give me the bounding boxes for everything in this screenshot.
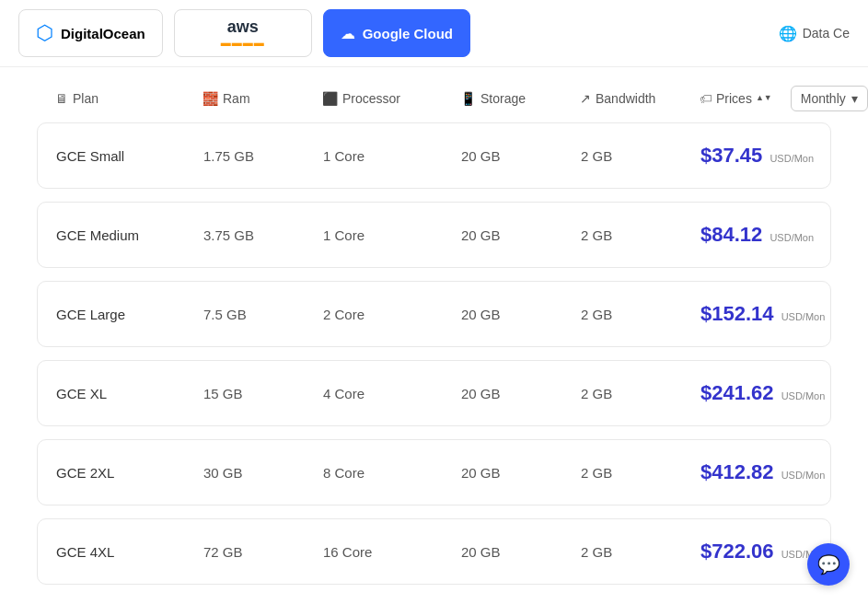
plan-processor: 16 Core (323, 544, 461, 560)
billing-period-dropdown[interactable]: Monthly ▾ (791, 86, 868, 111)
plan-price: $84.12 USD/Mon (700, 223, 868, 247)
price-unit: USD/Mon (781, 390, 826, 401)
column-headers: 🖥 Plan 🧱 Ram ⬛ Processor 📱 Storage ↗ Ban… (37, 86, 831, 111)
processor-col-icon: ⬛ (322, 91, 338, 106)
price-unit: USD/Mon (781, 470, 826, 481)
chat-bubble-btn[interactable]: 💬 (807, 543, 850, 586)
col-ram: 🧱 Ram (203, 91, 322, 106)
prices-col-icon: 🏷 (700, 91, 712, 106)
plan-bandwidth: 2 GB (581, 148, 700, 164)
price-unit: USD/Mon (781, 311, 826, 322)
plan-processor: 1 Core (323, 227, 461, 243)
plan-col-icon: 🖥 (55, 91, 68, 106)
col-processor: ⬛ Processor (322, 91, 460, 106)
table-row: GCE XL 15 GB 4 Core 20 GB 2 GB $241.62 U… (37, 360, 831, 426)
plan-storage: 20 GB (461, 544, 581, 560)
top-nav: ⬡ DigitalOcean aws ▬▬▬▬ ☁ Google Cloud 🌐… (0, 0, 868, 67)
plan-bandwidth: 2 GB (581, 465, 700, 481)
table-row: GCE Small 1.75 GB 1 Core 20 GB 2 GB $37.… (37, 122, 831, 189)
plan-bandwidth: 2 GB (581, 386, 700, 401)
table-row: GCE 4XL 72 GB 16 Core 20 GB 2 GB $722.06… (37, 518, 831, 585)
plan-bandwidth: 2 GB (581, 227, 700, 243)
bandwidth-col-icon: ↗ (580, 91, 591, 106)
plan-ram: 1.75 GB (203, 148, 323, 164)
datacenter-btn[interactable]: 🌐 Data Ce (779, 25, 850, 42)
table-row: GCE Medium 3.75 GB 1 Core 20 GB 2 GB $84… (37, 202, 831, 268)
plan-bandwidth: 2 GB (581, 544, 700, 560)
plan-ram: 3.75 GB (203, 227, 323, 243)
plan-price: $37.45 USD/Mon (700, 144, 868, 168)
plan-name: GCE XL (56, 386, 203, 401)
plan-processor: 1 Core (323, 148, 461, 164)
globe-icon: 🌐 (779, 25, 797, 42)
plan-processor: 2 Core (323, 307, 461, 322)
col-plan: 🖥 Plan (55, 91, 203, 106)
table-row: GCE Large 7.5 GB 2 Core 20 GB 2 GB $152.… (37, 281, 831, 347)
plan-name: GCE 2XL (56, 465, 203, 481)
chat-icon: 💬 (817, 553, 840, 575)
plan-processor: 4 Core (323, 386, 461, 401)
price-unit: USD/Mon (770, 153, 814, 164)
chevron-down-icon: ▾ (851, 91, 858, 106)
plan-processor: 8 Core (323, 465, 461, 481)
sort-icon[interactable]: ▲▼ (756, 95, 772, 101)
col-bandwidth: ↗ Bandwidth (580, 91, 700, 106)
googlecloud-icon: ☁ (341, 25, 355, 42)
plan-price: $412.82 USD/Mon (700, 460, 868, 484)
plan-name: GCE Medium (56, 227, 203, 243)
aws-label: aws ▬▬▬▬ (221, 18, 265, 48)
plan-bandwidth: 2 GB (581, 307, 700, 322)
plan-storage: 20 GB (461, 148, 581, 164)
ram-col-icon: 🧱 (203, 91, 218, 106)
datacenter-label: Data Ce (803, 26, 850, 41)
plan-storage: 20 GB (461, 227, 581, 243)
googlecloud-btn[interactable]: ☁ Google Cloud (323, 9, 470, 57)
plan-price: $241.62 USD/Mon (700, 381, 868, 405)
plan-name: GCE Small (56, 148, 203, 164)
plan-rows: GCE Small 1.75 GB 1 Core 20 GB 2 GB $37.… (37, 122, 831, 585)
storage-col-icon: 📱 (460, 91, 476, 106)
plan-storage: 20 GB (461, 307, 581, 322)
plan-name: GCE 4XL (56, 544, 203, 560)
col-prices: 🏷 Prices ▲▼ Monthly ▾ (700, 86, 868, 111)
plan-storage: 20 GB (461, 465, 581, 481)
price-unit: USD/Mon (770, 232, 814, 243)
plan-ram: 7.5 GB (203, 307, 323, 322)
col-storage: 📱 Storage (460, 91, 580, 106)
googlecloud-label: Google Cloud (363, 26, 453, 41)
plan-ram: 30 GB (203, 465, 323, 481)
plans-table-container: 🖥 Plan 🧱 Ram ⬛ Processor 📱 Storage ↗ Ban… (0, 67, 868, 604)
plan-storage: 20 GB (461, 386, 581, 401)
plan-ram: 72 GB (203, 544, 323, 560)
plan-price: $152.14 USD/Mon (700, 302, 868, 326)
digitalocean-btn[interactable]: ⬡ DigitalOcean (18, 9, 163, 57)
plan-name: GCE Large (56, 307, 203, 322)
aws-btn[interactable]: aws ▬▬▬▬ (174, 9, 312, 57)
digitalocean-icon: ⬡ (36, 21, 53, 45)
digitalocean-label: DigitalOcean (61, 26, 145, 41)
table-row: GCE 2XL 30 GB 8 Core 20 GB 2 GB $412.82 … (37, 439, 831, 505)
plan-ram: 15 GB (203, 386, 323, 401)
